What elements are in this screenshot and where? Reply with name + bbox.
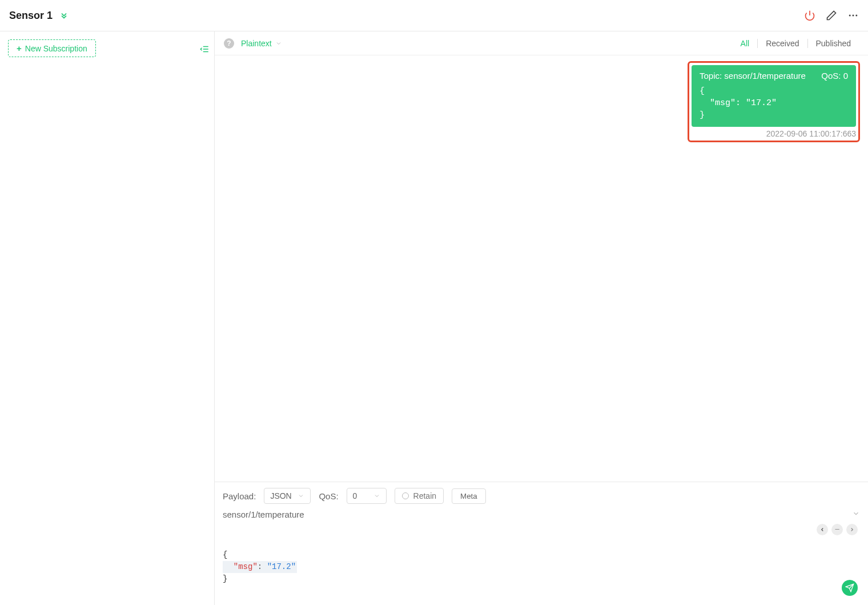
filter-tab-received[interactable]: Received [757,39,807,48]
payload-type-select[interactable]: JSON [264,488,311,504]
connection-title: Sensor 1 [9,10,53,22]
message-topic: Topic: sensor/1/temperature [700,71,806,81]
header-bar: Sensor 1 [0,0,868,31]
qos-value: 0 [353,491,357,500]
message-item: Topic: sensor/1/temperature QoS: 0 { "ms… [223,61,860,142]
topbar-left: ? Plaintext [224,38,282,49]
payload-label: Payload: [223,491,256,501]
help-badge[interactable]: ? [224,38,234,49]
edit-icon[interactable] [826,10,837,21]
message-timestamp: 2022-09-06 11:00:17:663 [692,129,856,138]
messages-list[interactable]: Topic: sensor/1/temperature QoS: 0 { "ms… [215,55,868,482]
filter-tab-all[interactable]: All [733,39,758,48]
more-icon[interactable] [847,10,859,21]
message-card-header: Topic: sensor/1/temperature QoS: 0 [700,71,848,81]
retain-toggle[interactable]: Retain [395,488,444,504]
qos-select[interactable]: 0 [347,488,387,504]
qos-label: QoS: [319,491,338,501]
collapse-sidebar-icon[interactable] [199,44,210,56]
message-body: { "msg": "17.2" } [700,85,848,121]
svg-point-1 [849,15,851,17]
header-left: Sensor 1 [9,10,69,22]
svg-point-2 [853,15,854,17]
chevron-down-icon [275,40,282,47]
chevron-down-icon [373,492,380,499]
message-filter-tabs: All Received Published [733,39,859,48]
publish-panel: Payload: JSON QoS: 0 Retain Meta [215,482,868,605]
topic-history-icon[interactable] [852,510,860,519]
new-subscription-button[interactable]: + New Subscription [8,39,96,57]
codec-label: Plaintext [241,39,272,48]
publish-options-row: Payload: JSON QoS: 0 Retain Meta [223,488,860,504]
codec-select[interactable]: Plaintext [241,39,282,48]
content-pane: ? Plaintext All Received Published Topic… [215,31,868,605]
message-highlight: Topic: sensor/1/temperature QoS: 0 { "ms… [688,61,860,142]
editor-history-controls: — [817,524,858,535]
subscriptions-sidebar: + New Subscription [0,31,215,605]
message-card[interactable]: Topic: sensor/1/temperature QoS: 0 { "ms… [692,65,856,127]
power-icon[interactable] [804,10,815,21]
new-subscription-label: New Subscription [25,44,87,53]
meta-button[interactable]: Meta [452,488,486,504]
message-qos: QoS: 0 [821,71,848,81]
main-area: + New Subscription ? Plaintext All Recei… [0,31,868,605]
svg-point-3 [855,15,857,17]
history-next-button[interactable] [846,524,858,535]
payload-type-value: JSON [270,491,291,500]
retain-label: Retain [413,491,436,500]
retain-radio-icon [402,492,409,499]
filter-tab-published[interactable]: Published [807,39,859,48]
chevron-down-icon [298,492,304,499]
expand-connection-icon[interactable] [59,11,69,20]
history-pause-button[interactable]: — [831,524,843,535]
topic-row [223,508,860,520]
history-prev-button[interactable] [817,524,828,535]
send-button[interactable] [842,580,858,596]
header-actions [804,10,859,21]
content-topbar: ? Plaintext All Received Published [215,31,868,55]
payload-editor[interactable]: — { "msg": "17.2" } [223,525,860,597]
plus-icon: + [17,43,22,53]
topic-input[interactable] [223,508,852,520]
